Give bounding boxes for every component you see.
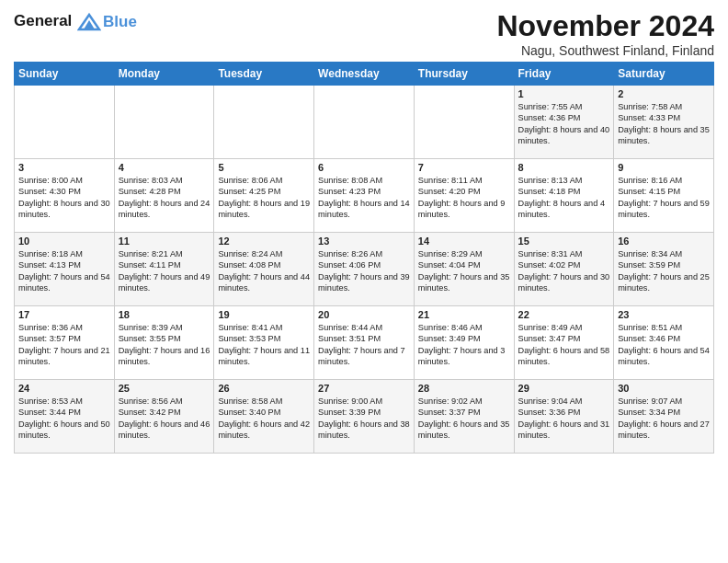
table-row: 17Sunrise: 8:36 AMSunset: 3:57 PMDayligh… bbox=[15, 306, 115, 380]
day-info: Sunrise: 8:49 AMSunset: 3:47 PMDaylight:… bbox=[518, 322, 610, 368]
day-number: 4 bbox=[119, 162, 210, 173]
day-number: 10 bbox=[18, 236, 110, 247]
table-row: 30Sunrise: 9:07 AMSunset: 3:34 PMDayligh… bbox=[614, 380, 714, 454]
table-row: 3Sunrise: 8:00 AMSunset: 4:30 PMDaylight… bbox=[15, 159, 115, 233]
day-info: Sunrise: 8:44 AMSunset: 3:51 PMDaylight:… bbox=[318, 322, 410, 368]
table-row: 22Sunrise: 8:49 AMSunset: 3:47 PMDayligh… bbox=[514, 306, 614, 380]
calendar-week-row: 3Sunrise: 8:00 AMSunset: 4:30 PMDaylight… bbox=[15, 159, 714, 233]
month-title: November 2024 bbox=[496, 9, 714, 43]
day-info: Sunrise: 8:00 AMSunset: 4:30 PMDaylight:… bbox=[18, 175, 110, 221]
table-row: 10Sunrise: 8:18 AMSunset: 4:13 PMDayligh… bbox=[15, 233, 115, 306]
table-row bbox=[114, 86, 214, 159]
day-info: Sunrise: 9:07 AMSunset: 3:34 PMDaylight:… bbox=[618, 396, 710, 442]
day-number: 29 bbox=[518, 383, 610, 394]
day-number: 28 bbox=[418, 383, 510, 394]
day-number: 1 bbox=[518, 88, 610, 99]
day-info: Sunrise: 8:31 AMSunset: 4:02 PMDaylight:… bbox=[518, 248, 610, 294]
table-row: 24Sunrise: 8:53 AMSunset: 3:44 PMDayligh… bbox=[15, 380, 115, 454]
day-number: 8 bbox=[518, 162, 610, 173]
day-number: 15 bbox=[518, 236, 610, 247]
table-row: 16Sunrise: 8:34 AMSunset: 3:59 PMDayligh… bbox=[614, 233, 714, 306]
day-info: Sunrise: 7:55 AMSunset: 4:36 PMDaylight:… bbox=[518, 101, 610, 147]
day-info: Sunrise: 8:34 AMSunset: 3:59 PMDaylight:… bbox=[618, 248, 710, 294]
day-info: Sunrise: 8:46 AMSunset: 3:49 PMDaylight:… bbox=[418, 322, 510, 368]
day-info: Sunrise: 8:06 AMSunset: 4:25 PMDaylight:… bbox=[218, 175, 310, 221]
day-number: 17 bbox=[18, 309, 110, 320]
calendar-week-row: 17Sunrise: 8:36 AMSunset: 3:57 PMDayligh… bbox=[15, 306, 714, 380]
day-info: Sunrise: 8:11 AMSunset: 4:20 PMDaylight:… bbox=[418, 175, 510, 221]
day-number: 12 bbox=[218, 236, 310, 247]
day-info: Sunrise: 8:51 AMSunset: 3:46 PMDaylight:… bbox=[618, 322, 710, 368]
calendar-week-row: 1Sunrise: 7:55 AMSunset: 4:36 PMDaylight… bbox=[15, 86, 714, 159]
day-number: 30 bbox=[618, 383, 710, 394]
calendar-week-row: 24Sunrise: 8:53 AMSunset: 3:44 PMDayligh… bbox=[15, 380, 714, 454]
day-number: 19 bbox=[218, 309, 310, 320]
day-info: Sunrise: 8:13 AMSunset: 4:18 PMDaylight:… bbox=[518, 175, 610, 221]
table-row: 19Sunrise: 8:41 AMSunset: 3:53 PMDayligh… bbox=[214, 306, 314, 380]
day-number: 20 bbox=[318, 309, 410, 320]
day-number: 11 bbox=[119, 236, 210, 247]
day-info: Sunrise: 8:29 AMSunset: 4:04 PMDaylight:… bbox=[418, 248, 510, 294]
table-row: 9Sunrise: 8:16 AMSunset: 4:15 PMDaylight… bbox=[614, 159, 714, 233]
day-number: 14 bbox=[418, 236, 510, 247]
table-row: 18Sunrise: 8:39 AMSunset: 3:55 PMDayligh… bbox=[114, 306, 214, 380]
table-row: 26Sunrise: 8:58 AMSunset: 3:40 PMDayligh… bbox=[214, 380, 314, 454]
main-container: General Blue November 2024 Nagu, Southwe… bbox=[0, 0, 728, 463]
table-row: 11Sunrise: 8:21 AMSunset: 4:11 PMDayligh… bbox=[114, 233, 214, 306]
calendar-table: Sunday Monday Tuesday Wednesday Thursday… bbox=[14, 62, 714, 454]
day-number: 18 bbox=[119, 309, 210, 320]
logo-blue: Blue bbox=[103, 14, 137, 31]
table-row: 25Sunrise: 8:56 AMSunset: 3:42 PMDayligh… bbox=[114, 380, 214, 454]
table-row: 4Sunrise: 8:03 AMSunset: 4:28 PMDaylight… bbox=[114, 159, 214, 233]
day-number: 21 bbox=[418, 309, 510, 320]
day-info: Sunrise: 7:58 AMSunset: 4:33 PMDaylight:… bbox=[618, 101, 710, 147]
calendar-header-row: Sunday Monday Tuesday Wednesday Thursday… bbox=[15, 63, 714, 86]
table-row: 21Sunrise: 8:46 AMSunset: 3:49 PMDayligh… bbox=[414, 306, 514, 380]
table-row: 6Sunrise: 8:08 AMSunset: 4:23 PMDaylight… bbox=[314, 159, 415, 233]
col-saturday: Saturday bbox=[614, 63, 714, 86]
table-row bbox=[414, 86, 514, 159]
col-thursday: Thursday bbox=[414, 63, 514, 86]
day-info: Sunrise: 8:39 AMSunset: 3:55 PMDaylight:… bbox=[119, 322, 210, 368]
table-row: 2Sunrise: 7:58 AMSunset: 4:33 PMDaylight… bbox=[614, 86, 714, 159]
day-info: Sunrise: 8:36 AMSunset: 3:57 PMDaylight:… bbox=[18, 322, 110, 368]
table-row bbox=[15, 86, 115, 159]
table-row: 27Sunrise: 9:00 AMSunset: 3:39 PMDayligh… bbox=[314, 380, 415, 454]
title-block: November 2024 Nagu, Southwest Finland, F… bbox=[496, 9, 714, 58]
day-info: Sunrise: 8:53 AMSunset: 3:44 PMDaylight:… bbox=[18, 396, 110, 442]
day-number: 27 bbox=[318, 383, 410, 394]
table-row: 14Sunrise: 8:29 AMSunset: 4:04 PMDayligh… bbox=[414, 233, 514, 306]
table-row: 13Sunrise: 8:26 AMSunset: 4:06 PMDayligh… bbox=[314, 233, 415, 306]
day-info: Sunrise: 8:21 AMSunset: 4:11 PMDaylight:… bbox=[119, 248, 210, 294]
table-row: 1Sunrise: 7:55 AMSunset: 4:36 PMDaylight… bbox=[514, 86, 614, 159]
day-number: 26 bbox=[218, 383, 310, 394]
day-number: 2 bbox=[618, 88, 710, 99]
calendar-week-row: 10Sunrise: 8:18 AMSunset: 4:13 PMDayligh… bbox=[15, 233, 714, 306]
table-row: 5Sunrise: 8:06 AMSunset: 4:25 PMDaylight… bbox=[214, 159, 314, 233]
col-wednesday: Wednesday bbox=[314, 63, 415, 86]
day-number: 16 bbox=[618, 236, 710, 247]
day-info: Sunrise: 8:56 AMSunset: 3:42 PMDaylight:… bbox=[119, 396, 210, 442]
day-info: Sunrise: 9:00 AMSunset: 3:39 PMDaylight:… bbox=[318, 396, 410, 442]
day-number: 23 bbox=[618, 309, 710, 320]
day-info: Sunrise: 8:03 AMSunset: 4:28 PMDaylight:… bbox=[119, 175, 210, 221]
day-number: 13 bbox=[318, 236, 410, 247]
table-row: 8Sunrise: 8:13 AMSunset: 4:18 PMDaylight… bbox=[514, 159, 614, 233]
logo-text: General bbox=[14, 13, 101, 31]
day-number: 5 bbox=[218, 162, 310, 173]
table-row: 12Sunrise: 8:24 AMSunset: 4:08 PMDayligh… bbox=[214, 233, 314, 306]
table-row: 23Sunrise: 8:51 AMSunset: 3:46 PMDayligh… bbox=[614, 306, 714, 380]
day-number: 24 bbox=[18, 383, 110, 394]
day-number: 22 bbox=[518, 309, 610, 320]
header: General Blue November 2024 Nagu, Southwe… bbox=[14, 9, 714, 58]
day-number: 3 bbox=[18, 162, 110, 173]
day-info: Sunrise: 8:16 AMSunset: 4:15 PMDaylight:… bbox=[618, 175, 710, 221]
col-tuesday: Tuesday bbox=[214, 63, 314, 86]
day-info: Sunrise: 8:18 AMSunset: 4:13 PMDaylight:… bbox=[18, 248, 110, 294]
logo: General Blue bbox=[14, 13, 137, 31]
table-row: 20Sunrise: 8:44 AMSunset: 3:51 PMDayligh… bbox=[314, 306, 415, 380]
table-row: 7Sunrise: 8:11 AMSunset: 4:20 PMDaylight… bbox=[414, 159, 514, 233]
day-info: Sunrise: 8:26 AMSunset: 4:06 PMDaylight:… bbox=[318, 248, 410, 294]
logo-icon bbox=[77, 13, 101, 31]
day-info: Sunrise: 9:02 AMSunset: 3:37 PMDaylight:… bbox=[418, 396, 510, 442]
